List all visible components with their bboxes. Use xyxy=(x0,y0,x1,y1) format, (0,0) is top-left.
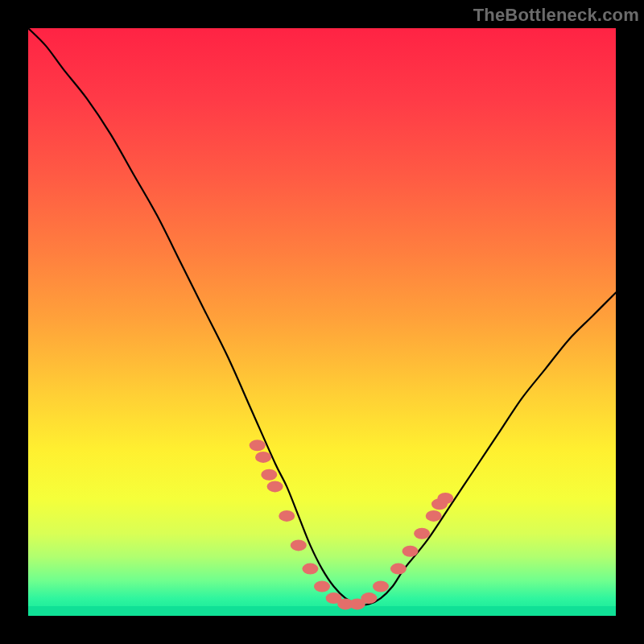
curve-overlay xyxy=(28,28,616,616)
curve-marker xyxy=(437,493,453,504)
curve-marker xyxy=(267,481,283,492)
curve-marker xyxy=(373,581,389,592)
bottleneck-curve xyxy=(28,28,616,605)
curve-marker xyxy=(302,564,318,575)
curve-marker xyxy=(255,452,271,463)
watermark-text: TheBottleneck.com xyxy=(473,5,639,26)
curve-marker xyxy=(314,581,330,592)
marker-layer xyxy=(250,440,454,609)
curve-marker xyxy=(261,469,277,481)
curve-marker xyxy=(426,510,442,522)
stage: TheBottleneck.com xyxy=(0,0,644,644)
curve-marker xyxy=(414,528,430,539)
curve-marker xyxy=(279,510,295,522)
plot-area xyxy=(28,28,616,616)
curve-marker xyxy=(402,546,419,557)
curve-marker xyxy=(390,564,407,575)
curve-marker xyxy=(361,592,377,604)
curve-marker xyxy=(291,539,307,551)
curve-marker xyxy=(250,440,266,451)
